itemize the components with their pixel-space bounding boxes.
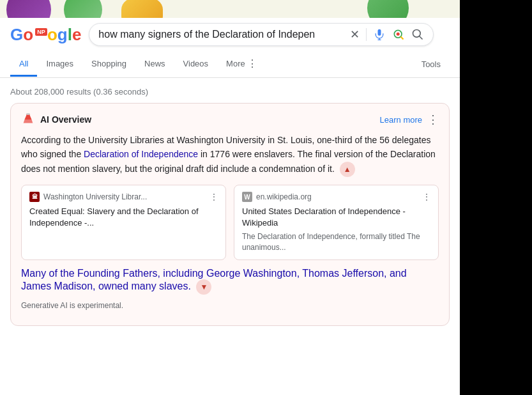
source-card-2: W en.wikipedia.org ⋮ United States Decla… bbox=[234, 185, 439, 260]
svg-point-4 bbox=[397, 33, 400, 36]
tab-more[interactable]: More ⋮ bbox=[217, 51, 266, 78]
top-image-strip bbox=[0, 0, 460, 18]
source-2-domain: en.wikipedia.org bbox=[256, 192, 312, 201]
search-icons: ✕ bbox=[350, 27, 424, 42]
right-panel bbox=[460, 0, 532, 395]
ai-overview-text: According to the University Libraries at… bbox=[21, 133, 439, 177]
logo-g: G bbox=[10, 25, 23, 45]
food-image-4 bbox=[367, 0, 409, 18]
expand-arrow-icon: ▼ bbox=[200, 283, 208, 291]
expand-button[interactable]: ▼ bbox=[196, 279, 211, 295]
main-content: G o NP o g l e ✕ bbox=[0, 18, 460, 395]
logo-o-container: o NP bbox=[23, 25, 47, 45]
search-input[interactable] bbox=[98, 29, 345, 40]
voice-search-button[interactable] bbox=[373, 28, 386, 41]
divider bbox=[366, 28, 367, 41]
ai-second-paragraph: Many of the Founding Fathers, including … bbox=[21, 268, 439, 295]
tab-shopping[interactable]: Shopping bbox=[82, 52, 135, 77]
logo-g2: g bbox=[57, 25, 68, 45]
source-card-1: 🏛 Washington University Librar... ⋮ Crea… bbox=[21, 185, 226, 260]
svg-rect-0 bbox=[378, 29, 381, 36]
source-card-1-header: 🏛 Washington University Librar... ⋮ bbox=[29, 192, 218, 202]
tab-tools[interactable]: Tools bbox=[413, 53, 450, 75]
ai-flask-icon bbox=[21, 112, 35, 127]
founding-fathers-link[interactable]: Many of the Founding Fathers, including … bbox=[21, 268, 407, 291]
logo-o1: o bbox=[23, 25, 33, 44]
source-2-description: The Declaration of Independence, formall… bbox=[242, 231, 430, 253]
source-2-favicon: W bbox=[242, 192, 252, 202]
header: G o NP o g l e ✕ bbox=[0, 18, 460, 51]
svg-line-5 bbox=[401, 36, 404, 39]
ai-overview-title: AI Overview bbox=[40, 114, 91, 125]
results-area: About 208,000 results (0.36 seconds) AI … bbox=[0, 78, 460, 389]
source-1-title[interactable]: Created Equal: Slavery and the Declarati… bbox=[29, 206, 218, 229]
svg-line-7 bbox=[420, 36, 423, 40]
ai-overview-title-row: AI Overview bbox=[21, 112, 91, 127]
source-2-title[interactable]: United States Declaration of Independenc… bbox=[242, 206, 430, 229]
ai-more-options-icon[interactable]: ⋮ bbox=[427, 112, 439, 127]
logo-e: e bbox=[72, 25, 81, 45]
clear-search-button[interactable]: ✕ bbox=[350, 27, 360, 42]
ai-header-right: Learn more ⋮ bbox=[380, 112, 439, 127]
lens-icon bbox=[392, 28, 405, 41]
image-search-button[interactable] bbox=[392, 28, 405, 41]
declaration-link[interactable]: Declaration of Independence bbox=[84, 149, 198, 159]
food-image-1 bbox=[6, 0, 51, 18]
collapse-button[interactable]: ▲ bbox=[340, 162, 355, 177]
google-logo: G o NP o g l e bbox=[10, 25, 81, 45]
more-chevron-icon: ⋮ bbox=[247, 58, 257, 70]
logo-np-badge: NP bbox=[35, 28, 47, 36]
source-1-favicon: 🏛 bbox=[29, 192, 40, 202]
source-1-domain: Washington University Librar... bbox=[43, 192, 147, 201]
tab-videos[interactable]: Videos bbox=[174, 52, 218, 77]
source-card-2-header: W en.wikipedia.org ⋮ bbox=[242, 192, 430, 202]
tab-all[interactable]: All bbox=[10, 52, 37, 77]
nav-tabs: All Images Shopping News Videos More ⋮ T… bbox=[0, 51, 460, 78]
svg-rect-8 bbox=[26, 113, 30, 115]
tab-news[interactable]: News bbox=[135, 52, 174, 77]
source-2-more-icon[interactable]: ⋮ bbox=[423, 192, 430, 201]
learn-more-link[interactable]: Learn more bbox=[380, 115, 422, 125]
search-button[interactable] bbox=[411, 28, 424, 41]
generative-note: Generative AI is experimental. bbox=[21, 295, 439, 316]
svg-point-6 bbox=[413, 30, 421, 38]
source-1-more-icon[interactable]: ⋮ bbox=[210, 192, 218, 201]
ai-overview-header: AI Overview Learn more ⋮ bbox=[21, 112, 439, 127]
ai-overview-box: AI Overview Learn more ⋮ According to th… bbox=[10, 103, 450, 326]
source-card-2-site: W en.wikipedia.org bbox=[242, 192, 312, 202]
search-icon bbox=[411, 28, 424, 41]
source-cards: 🏛 Washington University Librar... ⋮ Crea… bbox=[21, 185, 439, 260]
mic-icon bbox=[373, 28, 386, 41]
food-image-2 bbox=[64, 0, 102, 18]
food-image-3 bbox=[121, 0, 163, 18]
tab-images[interactable]: Images bbox=[37, 52, 82, 77]
collapse-arrow-icon: ▲ bbox=[344, 165, 351, 174]
results-count: About 208,000 results (0.36 seconds) bbox=[10, 83, 450, 103]
source-card-1-site: 🏛 Washington University Librar... bbox=[29, 192, 147, 202]
logo-l: l bbox=[68, 25, 72, 45]
logo-o2: o bbox=[47, 25, 57, 45]
search-bar: ✕ bbox=[89, 23, 434, 46]
